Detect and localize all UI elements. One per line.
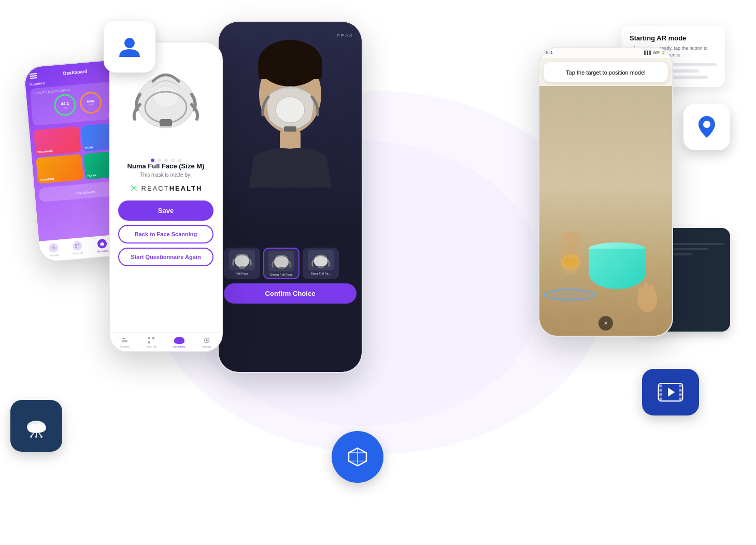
dash-title: Dashboard [63,69,88,76]
svg-rect-41 [644,282,649,303]
ar-signal: ▌▌▌ WiFi 🔋 [644,51,666,55]
plann-label: PLANN [87,174,96,177]
thumb-label-full-face: Full Face [236,272,249,275]
dot-3 [164,159,168,162]
reports-icon [48,243,59,253]
image-dots [110,159,222,162]
back-to-scan-button[interactable]: Back to Face Scanning [118,225,213,243]
nutrition-label: NUTRITION [40,177,54,181]
prod-tab-masks-label: My masks [173,345,185,348]
bodyfat-circle: Body Fat [79,91,103,114]
svg-point-10 [153,87,179,107]
ar-phone: 9:41 ▌▌▌ WiFi 🔋 Tap the target to positi… [538,47,673,337]
svg-point-53 [40,436,42,438]
svg-rect-4 [78,243,79,245]
prod-tab-scan-label: Scan Off [146,345,156,348]
svg-rect-33 [318,266,324,268]
dot-4 [171,159,175,162]
svg-rect-60 [659,384,662,387]
svg-point-6 [100,242,104,246]
svg-point-52 [35,436,37,438]
svg-point-26 [279,79,286,84]
svg-rect-43 [649,285,654,303]
svg-rect-65 [679,389,682,392]
cloud-icon [23,413,49,439]
prod-tab-reports[interactable]: Reports [120,337,130,348]
svg-point-27 [294,79,302,84]
programs-tile[interactable]: PROGRAMS [34,126,81,155]
train-label: TRAIN [85,146,93,149]
svg-marker-68 [668,388,675,397]
made-by-label: This mask is made by: [118,172,213,178]
thumb-label-elara: Elara Full Fa... [310,272,331,275]
weight-circle: 44.2 kg [53,93,77,117]
thumb-label-siesta: Siesta Full Face [270,273,292,276]
svg-rect-0 [52,247,55,248]
prod-tab-reports-label: Reports [120,345,130,348]
prod-tab-settings[interactable]: Settings [202,337,211,348]
ar-tooltip-text: Tap the target to position model [566,69,645,76]
svg-rect-2 [52,247,54,247]
mask-thumbnails: Full Face Siesta Full Fac [224,248,356,279]
product-tab-bar: Reports Scan Off My masks Settings [110,332,222,351]
box-badge [332,431,383,483]
svg-line-50 [39,433,41,436]
svg-rect-31 [279,267,284,269]
person-badge [104,21,155,73]
menu-icon [30,75,37,77]
svg-rect-64 [679,384,682,387]
svg-rect-67 [679,397,682,400]
brand-name-text: REACTHEALTH [141,184,203,192]
svg-rect-61 [659,389,662,392]
programs-label: PROGRAMS [37,149,53,154]
product-name: Numa Full Face (Size M) [118,162,213,170]
svg-rect-5 [75,247,77,248]
weight-unit: kg [64,106,67,109]
prod-tab-masks[interactable]: My masks [173,337,185,348]
confirm-choice-button[interactable]: Confirm Choice [224,283,356,304]
start-questionnaire-button[interactable]: Start Questionnaire Again [118,248,213,266]
masks-icon [97,239,108,249]
thumb-siesta[interactable]: Siesta Full Face [263,248,299,279]
thumb-full-face[interactable]: Full Face [224,248,260,279]
scan-icon [72,241,82,251]
ar-time: 9:41 [546,51,553,55]
svg-rect-17 [152,337,154,339]
svg-rect-63 [659,397,662,400]
svg-rect-18 [148,341,150,343]
ar-start-title: Starting AR mode [630,34,717,42]
ar-tooltip: Tap the target to position model [544,62,668,82]
ar-status-bar: 9:41 ▌▌▌ WiFi 🔋 [539,48,672,58]
dot-1 [151,159,154,162]
thumb-elara[interactable]: Elara Full Fa... [303,248,339,279]
tab-scan[interactable]: Scan Off [72,241,83,255]
thumb-img-full-face [229,250,255,270]
cloud-badge [10,400,62,452]
prod-tab-scan[interactable]: Scan Off [146,337,156,348]
nutrition-tile[interactable]: NUTRITION [36,154,83,183]
svg-rect-66 [679,393,682,396]
dot-2 [158,159,161,162]
svg-point-51 [30,436,32,438]
ar-screen: 9:41 ▌▌▌ WiFi 🔋 Tap the target to positi… [539,48,672,336]
svg-rect-12 [160,119,172,126]
svg-rect-62 [659,393,662,396]
ar-hand [633,277,662,315]
ar-close-button[interactable]: × [598,316,613,331]
svg-rect-29 [239,266,245,268]
person-icon [117,34,142,60]
tab-masks[interactable]: My masks [96,238,109,253]
save-button[interactable]: Save [118,200,213,221]
ar-ring [544,289,595,300]
svg-rect-15 [122,338,125,339]
svg-rect-25 [284,126,296,132]
svg-point-58 [703,121,710,128]
svg-rect-1 [52,248,55,249]
product-info: Numa Full Face (Size M) This mask is mad… [110,162,222,194]
peak-label: PEAK [337,30,353,39]
tab-reports[interactable]: Reports [48,243,59,257]
svg-point-44 [124,38,135,48]
video-icon [658,379,683,405]
dot-5 [178,159,181,162]
face-phone: PEAK [218,21,363,373]
